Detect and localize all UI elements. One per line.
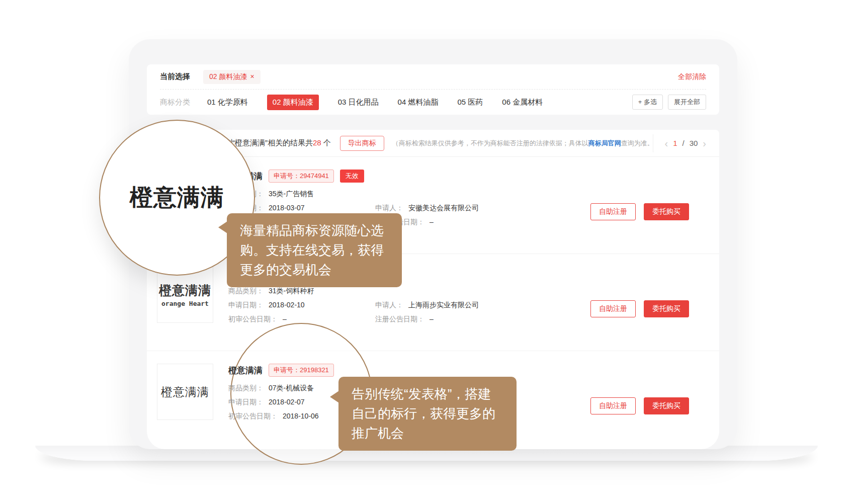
- field-value: –: [430, 218, 434, 227]
- application-number-badge: 申请号：29474941: [269, 170, 334, 183]
- current-page: 1: [673, 139, 677, 147]
- trademark-office-link[interactable]: 商标局官网: [588, 139, 621, 147]
- current-selection-label: 当前选择: [160, 72, 190, 81]
- category-tab-03[interactable]: 03 日化用品: [338, 98, 379, 107]
- clear-all-button[interactable]: 全部清除: [678, 72, 706, 81]
- pagination: ‹ 1 / 30 ›: [653, 134, 706, 152]
- category-tabs: 01 化学原料02 颜料油漆03 日化用品04 燃料油脂05 医药06 金属材料: [207, 95, 543, 110]
- entrust-purchase-button[interactable]: 委托购买: [644, 203, 689, 220]
- field-label: 申请日期：: [228, 398, 264, 407]
- current-selection-row: 当前选择 02 颜料油漆× 全部清除: [160, 64, 706, 90]
- field-label: 注册公告日期：: [375, 315, 424, 324]
- trademark-image-text: 橙意满满: [161, 384, 209, 400]
- trademark-name-line: 橙意满满 申请号：29198321: [228, 364, 375, 377]
- detail-line: 商品类别：35类-广告销售: [228, 190, 479, 199]
- field-value: 上海雨步实业有限公司: [408, 301, 479, 310]
- trademark-image-subtext: orange Heart: [161, 300, 209, 307]
- detail-line: 商品类别：31类-饲料种籽: [228, 287, 479, 296]
- tooltip-promotion: 告别传统“发表格”，搭建自己的标行，获得更多的推广机会: [338, 377, 517, 451]
- field-value: 2018-02-07: [269, 398, 305, 407]
- field-value: 2018-03-07: [269, 204, 305, 213]
- field-value: –: [283, 315, 287, 324]
- trademark-detail-lines: 商品类别：31类-饲料种籽申请日期：2018-02-10申请人：上海雨步实业有限…: [228, 287, 479, 324]
- tooltip-marketplace: 海量精品商标资源随心选购。支持在线交易，获得更多的交易机会: [227, 213, 402, 287]
- field-label: 申请日期：: [228, 301, 264, 310]
- filter-panel: 当前选择 02 颜料油漆× 全部清除 商标分类 01 化学原料02 颜料油漆03…: [147, 64, 719, 115]
- entrust-purchase-button[interactable]: 委托购买: [644, 300, 689, 317]
- field-value: 2018-02-10: [269, 301, 305, 310]
- category-actions: + 多选 展开全部: [632, 95, 706, 110]
- category-tab-02[interactable]: 02 颜料油漆: [267, 95, 319, 110]
- self-register-button[interactable]: 自助注册: [590, 300, 636, 317]
- field-label: 初审公告日期：: [228, 315, 278, 324]
- trademark-name-line: 橙意满满 申请号：29474941 无效: [228, 170, 479, 183]
- next-page-icon[interactable]: ›: [703, 138, 706, 148]
- magnified-trademark-text: 橙意满满: [130, 182, 224, 213]
- page-separator: /: [682, 139, 684, 147]
- self-register-button[interactable]: 自助注册: [590, 203, 636, 220]
- field-label: 初审公告日期：: [228, 412, 278, 421]
- category-tab-04[interactable]: 04 燃料油脂: [398, 98, 439, 107]
- detail-line: 申请日期：2018-03-07申请人：安徽美达会展有限公司: [228, 204, 479, 213]
- trademark-image[interactable]: 橙意满满: [157, 364, 213, 420]
- application-number-badge: 申请号：29198321: [269, 364, 334, 377]
- field-label: 商品类别：: [228, 384, 264, 393]
- field-value: 35类-广告销售: [269, 190, 314, 199]
- trademark-image-text: 橙意满满: [159, 282, 211, 299]
- row-actions: 自助注册 委托购买: [590, 397, 689, 414]
- field-value: 2018-10-06: [283, 412, 319, 421]
- entrust-purchase-button[interactable]: 委托购买: [644, 397, 689, 414]
- selected-filter-chip-label: 02 颜料油漆: [209, 72, 247, 80]
- field-label: 申请人：: [375, 204, 403, 213]
- results-count: 28: [313, 138, 321, 147]
- category-tab-06[interactable]: 06 金属材料: [502, 98, 543, 107]
- category-tab-05[interactable]: 05 医药: [457, 98, 483, 107]
- status-badge: 无效: [340, 170, 364, 183]
- field-value: 安徽美达会展有限公司: [408, 204, 479, 213]
- export-trademarks-button[interactable]: 导出商标: [340, 136, 384, 151]
- total-pages: 30: [690, 139, 698, 147]
- row-actions: 自助注册 委托购买: [590, 203, 689, 220]
- field-value: 31类-饲料种籽: [269, 287, 314, 296]
- expand-all-button[interactable]: 展开全部: [668, 95, 706, 110]
- category-label: 商标分类: [160, 98, 190, 107]
- detail-line: 申请日期：2018-02-10申请人：上海雨步实业有限公司: [228, 301, 479, 310]
- selected-filter-chip[interactable]: 02 颜料油漆×: [203, 70, 261, 84]
- detail-line: 初审公告日期：–注册公告日期：–: [228, 315, 479, 324]
- row-actions: 自助注册 委托购买: [590, 300, 689, 317]
- category-tab-01[interactable]: 01 化学原料: [207, 98, 248, 107]
- multi-select-button[interactable]: + 多选: [632, 95, 663, 110]
- prev-page-icon[interactable]: ‹: [664, 138, 668, 148]
- category-row: 商标分类 01 化学原料02 颜料油漆03 日化用品04 燃料油脂05 医药06…: [160, 90, 706, 115]
- field-label: 商品类别：: [228, 287, 264, 296]
- results-disclaimer: （商标检索结果仅供参考，不作为商标能否注册的法律依据；具体以商标局官网查询为准。…: [392, 139, 653, 148]
- field-value: –: [430, 315, 434, 324]
- self-register-button[interactable]: 自助注册: [590, 397, 636, 414]
- chip-close-icon[interactable]: ×: [250, 72, 254, 80]
- field-label: 申请人：: [375, 301, 403, 310]
- trademark-name[interactable]: 橙意满满: [228, 365, 263, 376]
- field-value: 07类-机械设备: [269, 384, 314, 393]
